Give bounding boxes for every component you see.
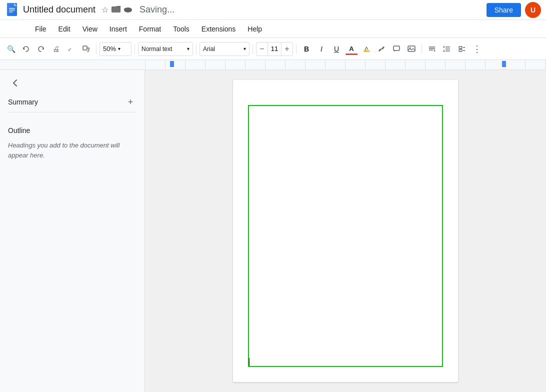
svg-rect-7 (112, 7, 120, 12)
comment-button[interactable] (390, 42, 404, 56)
checklist-button[interactable] (455, 42, 469, 56)
separator-5 (296, 44, 296, 54)
svg-rect-16 (408, 46, 415, 52)
ruler-tab-right[interactable] (502, 61, 506, 67)
menu-help[interactable]: Help (242, 23, 267, 35)
font-size-input[interactable]: 11 (268, 42, 282, 56)
ruler-tab-left[interactable] (170, 61, 174, 67)
svg-rect-12 (83, 46, 87, 50)
more-options-button[interactable]: ⋮ (470, 42, 484, 56)
ruler-inner (145, 60, 546, 70)
document-title[interactable]: Untitled document (23, 4, 96, 15)
redo-button[interactable] (34, 42, 48, 56)
bold-button[interactable]: B (300, 42, 314, 56)
menu-edit[interactable]: Edit (54, 23, 76, 35)
summary-add-button[interactable]: + (124, 96, 136, 108)
folder-icon[interactable] (112, 5, 120, 15)
app-logo (5, 3, 19, 17)
summary-section: Summary + (8, 96, 136, 120)
title-bar: Untitled document ☆ Saving... Share U (0, 0, 546, 20)
separator-6 (422, 44, 422, 54)
search-button[interactable]: 🔍 (4, 42, 18, 56)
summary-divider (8, 112, 136, 112)
menu-tools[interactable]: Tools (168, 23, 194, 35)
document-area[interactable] (145, 70, 546, 392)
svg-rect-24 (459, 46, 462, 48)
underline-button[interactable]: U (330, 42, 344, 56)
toolbar: 🔍 🖨 ✓ 50% ▾ Normal text ▾ Arial ▾ − 11 +… (0, 38, 546, 60)
menu-bar: File Edit View Insert Format Tools Exten… (0, 20, 546, 38)
sidebar: Summary + Outline Headings you add to th… (0, 70, 145, 392)
font-size-control: − 11 + (256, 42, 293, 56)
title-actions: ☆ Saving... (102, 4, 174, 15)
cloud-icon (124, 6, 132, 14)
svg-point-10 (128, 8, 132, 10)
saving-status: Saving... (140, 4, 174, 15)
spellcheck-button[interactable]: ✓ (64, 42, 78, 56)
svg-rect-26 (459, 50, 462, 52)
summary-title: Summary (8, 98, 38, 106)
ruler (0, 60, 546, 70)
separator-3 (196, 44, 196, 54)
text-cursor (249, 358, 250, 366)
svg-rect-15 (394, 46, 400, 50)
font-size-decrease[interactable]: − (256, 42, 268, 56)
separator-1 (96, 44, 96, 54)
zoom-selector[interactable]: 50% ▾ (100, 42, 132, 56)
highlight-button[interactable] (360, 42, 374, 56)
share-area: Share U (486, 2, 541, 18)
menu-insert[interactable]: Insert (104, 23, 132, 35)
menu-file[interactable]: File (30, 23, 52, 35)
image-button[interactable] (404, 42, 418, 56)
link-button[interactable] (374, 42, 388, 56)
back-button[interactable] (8, 76, 22, 90)
star-icon[interactable]: ☆ (102, 5, 108, 14)
align-button[interactable] (425, 42, 439, 56)
outline-hint: Headings you add to the document will ap… (8, 140, 136, 160)
avatar: U (525, 2, 541, 18)
svg-rect-13 (364, 50, 370, 52)
share-button[interactable]: Share (486, 3, 521, 17)
outline-title: Outline (8, 126, 136, 134)
separator-4 (252, 44, 253, 54)
separator-2 (134, 44, 135, 54)
menu-extensions[interactable]: Extensions (196, 23, 240, 35)
text-color-indicator (346, 54, 358, 55)
font-size-increase[interactable]: + (282, 42, 292, 56)
paint-format-button[interactable] (79, 42, 93, 56)
summary-header: Summary + (8, 96, 136, 108)
text-style-selector[interactable]: Normal text ▾ (138, 42, 193, 56)
font-selector[interactable]: Arial ▾ (200, 42, 250, 56)
outline-section: Outline Headings you add to the document… (8, 126, 136, 160)
document-page[interactable] (233, 80, 458, 382)
main-content: Summary + Outline Headings you add to th… (0, 70, 546, 392)
line-spacing-button[interactable] (440, 42, 454, 56)
svg-rect-5 (9, 12, 13, 12)
text-color-button[interactable]: A (344, 42, 358, 56)
menu-format[interactable]: Format (134, 23, 166, 35)
svg-text:✓: ✓ (68, 46, 72, 52)
menu-view[interactable]: View (78, 23, 102, 35)
italic-button[interactable]: I (314, 42, 328, 56)
svg-rect-4 (9, 10, 15, 10)
svg-rect-3 (9, 8, 15, 9)
svg-point-9 (124, 8, 128, 11)
print-button[interactable]: 🖨 (49, 42, 63, 56)
page-border-overlay (248, 105, 443, 367)
undo-button[interactable] (19, 42, 33, 56)
